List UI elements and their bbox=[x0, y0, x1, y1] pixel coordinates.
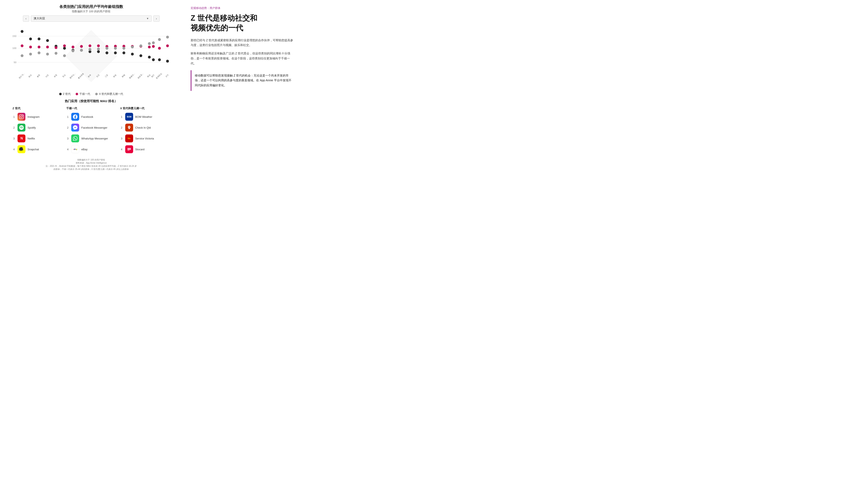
facebook-icon bbox=[71, 113, 79, 121]
body-text-2: 财务和购物应用还没有触及广泛的 Z 世代受众，但这些类别的同比增长十分强劲，是一… bbox=[191, 51, 295, 66]
app-row: 2 Check In Qld bbox=[120, 124, 170, 131]
svg-point-72 bbox=[89, 48, 91, 51]
app-row: 1 BOM BOM Weather bbox=[120, 113, 170, 121]
svg-point-61 bbox=[152, 45, 155, 48]
app-name: Instagram bbox=[28, 115, 39, 118]
svg-text:财务: 财务 bbox=[113, 74, 117, 78]
svg-point-28 bbox=[38, 37, 41, 40]
app-row: 1 Instagram bbox=[12, 113, 62, 121]
chart-title-sub: 指数偏斜大于 100 的的用户群组 bbox=[8, 9, 174, 13]
app-rank: 4 bbox=[66, 148, 69, 151]
checkin-icon bbox=[125, 124, 133, 131]
svg-text:社交: 社交 bbox=[45, 74, 49, 78]
left-panel: 各类别热门应用的用户平均年龄组指数 指数偏斜大于 100 的的用户群组 ‹ 澳大… bbox=[0, 0, 182, 175]
svg-point-46 bbox=[29, 45, 32, 49]
svg-point-74 bbox=[105, 47, 108, 50]
svg-point-71 bbox=[80, 49, 83, 52]
main-heading-text: Z 世代是移动社交和 视频优先的一代 bbox=[191, 14, 257, 32]
svg-point-60 bbox=[148, 45, 151, 49]
svg-point-44 bbox=[166, 60, 169, 63]
instagram-icon bbox=[18, 113, 25, 121]
app-name: Netflix bbox=[28, 137, 35, 140]
legend-millenial: 千禧一代 bbox=[75, 92, 90, 96]
right-panel: 宏观移动趋势：用户群体 Z 世代是移动社交和 视频优先的一代 那些已经与 Z 世… bbox=[182, 0, 303, 175]
legend-dot-z bbox=[59, 93, 62, 95]
svg-rect-84 bbox=[127, 149, 131, 150]
legend-dot-millenial bbox=[75, 93, 78, 95]
spotify-icon bbox=[18, 124, 25, 131]
svg-text:健康与...: 健康与... bbox=[129, 72, 135, 79]
legend-dot-genx bbox=[95, 93, 98, 95]
country-selector: ‹ 澳大利亚 ▼ › bbox=[8, 16, 174, 22]
netflix-icon: N bbox=[18, 134, 25, 142]
svg-point-51 bbox=[71, 45, 74, 49]
svg-point-79 bbox=[148, 42, 151, 45]
next-country-button[interactable]: › bbox=[153, 16, 160, 22]
svg-point-48 bbox=[46, 45, 49, 49]
app-rank: 2 bbox=[120, 126, 123, 129]
section-tag: 宏观移动趋势：用户群体 bbox=[191, 6, 295, 10]
app-name: Spotify bbox=[28, 126, 36, 129]
footer-line3: 注：2021 年，Android 手机数据；每个类别 MAU 排名前 20 位的… bbox=[8, 164, 174, 167]
app-row: 3 Vic Service Victoria bbox=[120, 134, 170, 142]
main-heading: Z 世代是移动社交和 视频优先的一代 bbox=[191, 13, 295, 33]
app-row: 4 Snapchat bbox=[12, 145, 62, 153]
app-column-millenial: 千禧一代 1 Facebook 2 Facebook Messenger 3 bbox=[64, 106, 118, 156]
app-name: Facebook Messenger bbox=[81, 126, 107, 129]
svg-rect-83 bbox=[127, 148, 131, 149]
app-name: Check In Qld bbox=[135, 126, 151, 129]
svg-rect-85 bbox=[127, 150, 129, 151]
footer-line1: 指数偏斜大于 100 的用户群组 bbox=[8, 158, 174, 161]
svg-point-52 bbox=[80, 45, 83, 48]
highlight-text: 移动数据可以帮助您发现接触 Z 世代的机会：无论这是一个尚未开发的市场，还是一个… bbox=[195, 73, 292, 88]
app-name: Stocard bbox=[135, 148, 145, 151]
country-label: 澳大利亚 bbox=[34, 17, 45, 21]
svg-point-50 bbox=[63, 44, 66, 47]
svg-point-81 bbox=[158, 38, 161, 41]
svg-text:50: 50 bbox=[14, 61, 17, 64]
svg-text:教育: 教育 bbox=[36, 74, 41, 78]
svg-point-75 bbox=[114, 47, 117, 50]
svg-point-41 bbox=[148, 56, 151, 59]
svg-point-65 bbox=[29, 53, 32, 56]
app-rank: 2 bbox=[12, 126, 16, 129]
svg-text:餐饮美食: 餐饮美食 bbox=[78, 72, 85, 80]
app-rank: 3 bbox=[12, 137, 16, 140]
prev-country-button[interactable]: ‹ bbox=[23, 16, 29, 22]
app-row: 3 N Netflix bbox=[12, 134, 62, 142]
svg-point-82 bbox=[166, 36, 169, 38]
legend-label-genx: X 世代和婴儿潮一代 bbox=[99, 92, 123, 96]
app-rank: 3 bbox=[120, 137, 123, 140]
svg-point-69 bbox=[63, 54, 66, 57]
svg-point-40 bbox=[140, 54, 142, 57]
messenger-icon bbox=[71, 124, 79, 131]
legend-label-z: Z 世代 bbox=[63, 92, 71, 96]
app-row: 2 Facebook Messenger bbox=[66, 124, 116, 131]
svg-point-27 bbox=[29, 37, 32, 40]
svg-text:体育: 体育 bbox=[54, 74, 58, 78]
svg-text:工具: 工具 bbox=[104, 74, 108, 78]
svg-text:购物: 购物 bbox=[121, 74, 126, 78]
svg-text:娱乐: 娱乐 bbox=[28, 74, 32, 78]
service-vic-icon: Vic bbox=[125, 134, 133, 142]
app-column-genx: X 世代和婴儿潮一代 1 BOM BOM Weather 2 Check In … bbox=[118, 106, 172, 156]
svg-point-64 bbox=[21, 54, 24, 57]
stocard-icon bbox=[125, 145, 133, 153]
country-dropdown[interactable]: 澳大利亚 ▼ bbox=[31, 16, 152, 22]
app-rank: 1 bbox=[120, 115, 123, 118]
svg-point-66 bbox=[38, 52, 41, 54]
svg-point-47 bbox=[38, 45, 41, 49]
svg-point-45 bbox=[21, 44, 24, 47]
footer-line2: 资料来源：App Annie Intelligence bbox=[8, 161, 174, 164]
app-rank: 4 bbox=[120, 148, 123, 151]
chart-title-section: 各类别热门应用的用户平均年龄组指数 指数偏斜大于 100 的的用户群组 bbox=[8, 4, 174, 13]
column-header-millenial: 千禧一代 bbox=[66, 106, 116, 110]
app-name: Snapchat bbox=[28, 148, 39, 151]
chart-footer: 指数偏斜大于 100 的用户群组 资料来源：App Annie Intellig… bbox=[8, 158, 174, 171]
chevron-down-icon: ▼ bbox=[147, 17, 149, 20]
svg-text:天气: 天气 bbox=[165, 74, 169, 78]
app-name: Facebook bbox=[81, 115, 93, 118]
svg-text:音乐: 音乐 bbox=[62, 74, 66, 78]
legend-label-millenial: 千禧一代 bbox=[80, 92, 90, 96]
svg-point-49 bbox=[55, 46, 58, 49]
